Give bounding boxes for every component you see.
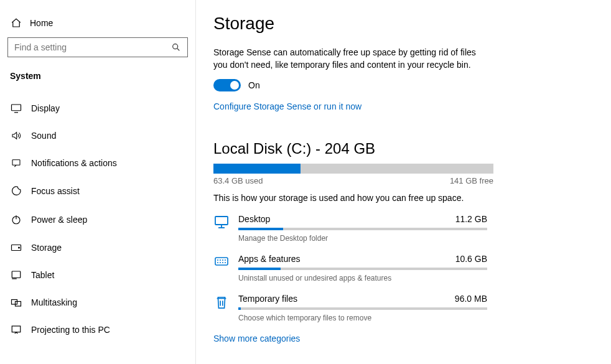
storage-sense-toggle[interactable] <box>213 79 241 91</box>
disk-stats: 63.4 GB used 141 GB free <box>213 176 493 185</box>
nav-label: Focus assist <box>31 186 80 196</box>
notifications-icon <box>10 158 22 168</box>
nav-label: Sound <box>31 131 56 141</box>
focus-assist-icon <box>10 185 22 197</box>
category-bar-fill <box>238 268 281 270</box>
home-icon <box>10 17 22 29</box>
desktop-icon <box>213 214 230 229</box>
svg-point-5 <box>19 247 20 248</box>
storage-sense-toggle-row: On <box>213 79 592 91</box>
category-name: Temporary files <box>238 294 297 304</box>
disk-description: This is how your storage is used and how… <box>213 193 592 203</box>
svg-rect-11 <box>215 258 228 265</box>
svg-rect-1 <box>12 105 21 111</box>
category-body: Desktop 11.2 GB Manage the Desktop folde… <box>238 214 487 243</box>
configure-link[interactable]: Configure Storage Sense or run it now <box>213 101 592 111</box>
category-bar-fill <box>238 228 283 230</box>
sound-icon <box>10 131 22 141</box>
category-size: 96.0 MB <box>455 294 487 304</box>
disk-title: Local Disk (C:) - 204 GB <box>213 140 592 157</box>
category-size: 10.6 GB <box>455 254 487 264</box>
category-body: Temporary files 96.0 MB Choose which tem… <box>238 294 487 322</box>
disk-free-label: 141 GB free <box>450 176 493 185</box>
category-name: Desktop <box>238 214 270 224</box>
svg-point-0 <box>173 44 178 49</box>
disk-usage-fill <box>213 164 301 174</box>
trash-icon <box>213 294 230 310</box>
nav-item-storage[interactable]: Storage <box>7 234 195 261</box>
category-bar <box>238 307 487 310</box>
storage-sense-description: Storage Sense can automatically free up … <box>213 46 481 72</box>
nav-item-multitasking[interactable]: Multitasking <box>7 289 195 316</box>
nav-item-sound[interactable]: Sound <box>7 122 195 149</box>
svg-rect-6 <box>12 271 21 278</box>
apps-icon <box>213 254 230 268</box>
category-desktop[interactable]: Desktop 11.2 GB Manage the Desktop folde… <box>213 214 592 243</box>
search-icon <box>171 42 181 52</box>
multitasking-icon <box>10 297 22 307</box>
nav-label: Power & sleep <box>31 215 87 225</box>
category-bar <box>238 268 487 270</box>
nav-label: Storage <box>31 243 62 253</box>
category-bar <box>238 228 487 230</box>
svg-rect-7 <box>12 300 17 305</box>
search-box[interactable] <box>7 37 188 57</box>
category-subtitle: Manage the Desktop folder <box>238 234 487 243</box>
display-icon <box>10 103 22 113</box>
nav-item-notifications[interactable]: Notifications & actions <box>7 149 195 177</box>
projecting-icon <box>10 325 22 335</box>
svg-rect-8 <box>16 302 21 307</box>
home-button[interactable]: Home <box>7 12 195 37</box>
page-title: Storage <box>213 14 592 34</box>
category-body: Apps & features 10.6 GB Uninstall unused… <box>238 254 487 282</box>
toggle-knob <box>230 81 239 90</box>
show-more-link[interactable]: Show more categories <box>213 334 592 343</box>
main-content: Storage Storage Sense can automatically … <box>196 0 611 364</box>
nav-label: Projecting to this PC <box>31 325 110 335</box>
svg-rect-10 <box>215 217 228 225</box>
search-input[interactable] <box>14 42 171 52</box>
svg-rect-9 <box>12 326 21 332</box>
power-icon <box>10 214 22 225</box>
nav-item-display[interactable]: Display <box>7 95 195 122</box>
nav-label: Tablet <box>31 270 54 280</box>
nav-item-tablet[interactable]: Tablet <box>7 261 195 289</box>
disk-used-label: 63.4 GB used <box>213 176 263 185</box>
nav-item-power-sleep[interactable]: Power & sleep <box>7 205 195 234</box>
nav-item-projecting[interactable]: Projecting to this PC <box>7 316 195 343</box>
sidebar: Home System Display Sound Noti <box>0 0 196 364</box>
nav-label: Multitasking <box>31 297 77 307</box>
svg-rect-2 <box>12 160 20 166</box>
toggle-label: On <box>248 80 260 90</box>
category-name: Apps & features <box>238 254 301 264</box>
nav-item-focus-assist[interactable]: Focus assist <box>7 177 195 205</box>
category-subtitle: Choose which temporary files to remove <box>238 314 487 322</box>
category-size: 11.2 GB <box>455 214 487 224</box>
category-subtitle: Uninstall unused or undesired apps & fea… <box>238 274 487 282</box>
home-label: Home <box>30 18 53 28</box>
category-bar-fill <box>238 307 241 310</box>
category-apps-features[interactable]: Apps & features 10.6 GB Uninstall unused… <box>213 254 592 282</box>
disk-usage-bar <box>213 164 493 174</box>
category-temporary-files[interactable]: Temporary files 96.0 MB Choose which tem… <box>213 294 592 322</box>
nav-list: Display Sound Notifications & actions Fo… <box>7 95 195 343</box>
category-label: System <box>7 68 195 87</box>
nav-label: Display <box>31 103 60 113</box>
tablet-icon <box>10 270 22 280</box>
storage-icon <box>10 243 22 252</box>
nav-label: Notifications & actions <box>31 158 117 168</box>
